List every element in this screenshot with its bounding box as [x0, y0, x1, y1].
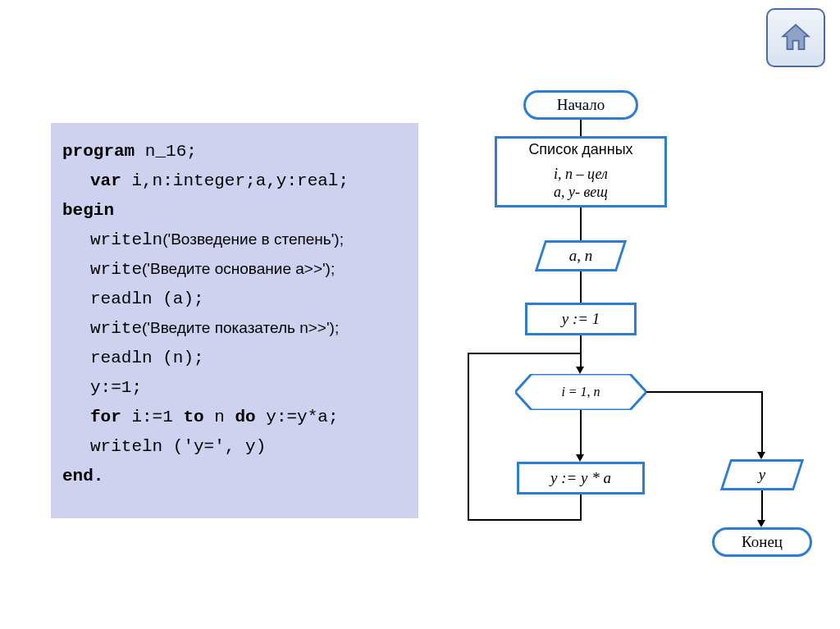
arrow-icon: [576, 367, 584, 374]
code-line: program n_16;: [62, 136, 407, 166]
flowchart-init: y := 1: [525, 303, 637, 335]
flowchart-start: Начало: [523, 90, 638, 120]
keyword-do: do: [235, 408, 255, 426]
flowchart-loop: i = 1, n: [515, 374, 646, 410]
keyword-var: var: [90, 171, 121, 190]
connector: [761, 391, 763, 457]
connector: [580, 271, 582, 303]
connector: [580, 495, 582, 519]
code-line: readln (a);: [62, 284, 407, 313]
keyword-to: to: [183, 408, 203, 426]
flowchart: Начало Список данных i, n – цел a, y- ве…: [459, 90, 820, 615]
flowchart-end: Конец: [712, 527, 812, 557]
home-button[interactable]: [766, 8, 825, 67]
arrow-icon: [576, 454, 584, 462]
arrow-icon: [757, 452, 765, 459]
flowchart-output: y: [720, 459, 804, 490]
home-icon: [778, 21, 813, 55]
flowchart-input: a, n: [535, 240, 627, 271]
code-line: begin: [62, 195, 407, 225]
flowchart-datalist-header: Список данных: [495, 136, 667, 164]
connector: [580, 120, 582, 136]
connector: [580, 410, 582, 459]
keyword-end: end.: [62, 467, 103, 485]
code-line: readln (n);: [62, 343, 407, 372]
code-line: writeln ('y=', y): [62, 431, 407, 461]
svg-marker-0: [783, 25, 809, 49]
keyword-program: program: [62, 142, 135, 161]
code-line: y:=1;: [62, 372, 407, 402]
keyword-for: for: [90, 408, 121, 426]
code-line: var i,n:integer;a,y:real;: [62, 166, 407, 195]
code-line: end.: [62, 461, 407, 490]
code-line: for i:=1 to n do y:=y*a;: [62, 402, 407, 431]
code-line: writeln('Возведение в степень');: [62, 225, 407, 254]
connector: [468, 353, 469, 521]
code-line: write('Введите показатель n>>');: [62, 313, 407, 343]
connector: [580, 207, 582, 240]
connector: [646, 391, 763, 393]
code-panel: program n_16; var i,n:integer;a,y:real; …: [51, 123, 418, 518]
code-line: write('Введите основание a>>');: [62, 254, 407, 284]
connector: [468, 519, 582, 521]
keyword-begin: begin: [62, 201, 114, 220]
flowchart-body: y := y * a: [517, 462, 645, 495]
flowchart-datalist-body: i, n – цел a, y- вещ: [495, 162, 667, 207]
connector: [468, 353, 580, 354]
arrow-icon: [757, 520, 765, 527]
